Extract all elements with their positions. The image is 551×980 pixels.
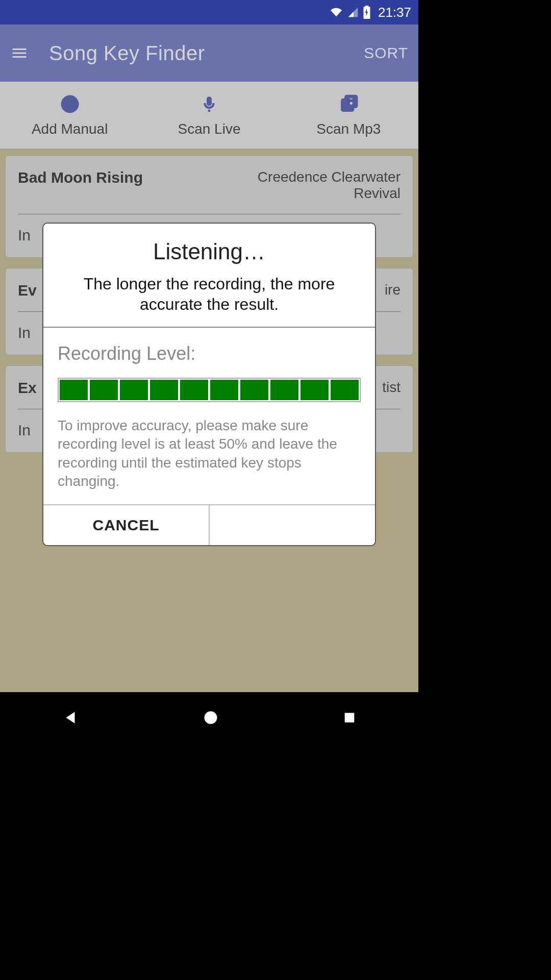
dialog-title: Listening…	[56, 239, 363, 264]
svg-point-3	[204, 712, 217, 724]
level-segment	[270, 380, 298, 400]
scan-live-button[interactable]: Scan Live	[139, 82, 279, 149]
dialog-body: Recording Level: To improve accuracy, pl…	[43, 328, 375, 505]
nav-bar	[0, 692, 418, 743]
back-icon[interactable]	[62, 709, 79, 726]
dialog-header: Listening… The longer the recording, the…	[43, 224, 375, 328]
recent-apps-icon[interactable]	[342, 710, 357, 725]
song-artist: Creedence Clearwater Revival	[237, 169, 400, 202]
battery-charging-icon	[363, 6, 371, 19]
app-title: Song Key Finder	[49, 42, 343, 65]
recording-level-meter	[58, 378, 361, 402]
scan-live-label: Scan Live	[178, 121, 241, 137]
scan-mp3-label: Scan Mp3	[316, 121, 381, 137]
level-segment	[150, 380, 178, 400]
cancel-button[interactable]: CANCEL	[43, 505, 209, 545]
song-title: Bad Moon Rising	[18, 169, 237, 186]
wifi-icon	[329, 7, 343, 18]
level-segment	[300, 380, 329, 400]
menu-icon[interactable]	[10, 44, 29, 62]
status-time: 21:37	[378, 5, 411, 20]
recording-level-label: Recording Level:	[58, 343, 361, 364]
dialog-subtitle: The longer the recording, the more accur…	[56, 274, 363, 314]
sort-button[interactable]: SORT	[364, 44, 408, 62]
listening-dialog: Listening… The longer the recording, the…	[42, 223, 376, 546]
dialog-buttons: CANCEL	[43, 505, 375, 545]
scan-mp3-button[interactable]: Scan Mp3	[279, 82, 418, 149]
add-manual-label: Add Manual	[32, 121, 108, 137]
level-segment	[60, 380, 88, 400]
level-segment	[180, 380, 208, 400]
dialog-second-button[interactable]	[209, 505, 375, 545]
level-segment	[240, 380, 268, 400]
level-segment	[331, 380, 359, 400]
actions-row: Add Manual Scan Live Scan Mp3	[0, 82, 418, 149]
microphone-icon	[201, 93, 218, 115]
app-bar: Song Key Finder SORT	[0, 24, 418, 82]
svg-rect-4	[344, 713, 354, 723]
level-segment	[120, 380, 148, 400]
signal-icon	[347, 7, 359, 18]
home-icon[interactable]	[203, 710, 218, 725]
level-segment	[210, 380, 238, 400]
dialog-hint: To improve accuracy, please make sure re…	[58, 416, 361, 491]
add-manual-button[interactable]: Add Manual	[0, 82, 139, 149]
status-bar: 21:37	[0, 0, 418, 24]
plus-circle-icon	[59, 93, 81, 115]
song-artist: ire	[385, 282, 400, 298]
level-segment	[90, 380, 118, 400]
music-file-icon	[338, 93, 359, 115]
song-artist: tist	[382, 379, 400, 396]
divider	[18, 214, 400, 214]
